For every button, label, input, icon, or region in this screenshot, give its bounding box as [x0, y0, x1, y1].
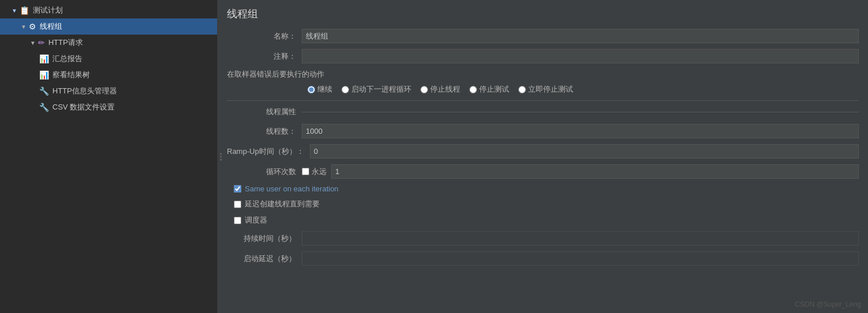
- delay-create-row[interactable]: 延迟创建线程直到需要: [227, 199, 859, 209]
- sidebar-item-summary-report[interactable]: 📊 汇总报告: [0, 51, 217, 67]
- radio-stop-thread-input[interactable]: [420, 86, 428, 93]
- arrow-icon: ▼: [21, 24, 26, 30]
- same-user-row[interactable]: Same user on each iteration: [227, 184, 859, 193]
- csv-icon: 🔧: [39, 103, 49, 112]
- rampup-row: Ramp-Up时间（秒）：: [227, 144, 859, 159]
- radio-stop-thread[interactable]: 停止线程: [420, 84, 460, 95]
- arrow-icon: ▼: [30, 40, 36, 46]
- page-title: 线程组: [227, 7, 859, 21]
- sidebar-item-csv-config[interactable]: 🔧 CSV 数据文件设置: [0, 99, 217, 115]
- thread-count-label: 线程数：: [227, 126, 302, 137]
- sidebar-item-label: 汇总报告: [52, 54, 82, 64]
- thread-props-label: 线程属性: [227, 107, 302, 117]
- comment-row: 注释：: [227, 49, 859, 63]
- sidebar-item-label: 察看结果树: [52, 70, 90, 80]
- error-radio-group: 继续 启动下一进程循环 停止线程 停止测试 立即停止测试: [227, 84, 859, 95]
- sidebar-item-label: HTTP请求: [48, 37, 83, 48]
- error-section-label: 在取样器错误后要执行的动作: [227, 69, 330, 80]
- duration-input[interactable]: [302, 231, 859, 246]
- radio-start-next[interactable]: 启动下一进程循环: [342, 84, 411, 95]
- radio-stop-test-now-input[interactable]: [518, 86, 526, 93]
- radio-start-next-input[interactable]: [342, 86, 349, 93]
- sidebar-item-http-request[interactable]: ▼ ✏ HTTP请求: [0, 35, 217, 51]
- http-icon: ✏: [38, 38, 45, 47]
- drag-dot: [220, 156, 222, 157]
- radio-start-next-label: 启动下一进程循环: [351, 84, 411, 95]
- thread-props-line: [302, 112, 859, 112]
- startup-delay-row: 启动延迟（秒）: [227, 251, 859, 266]
- comment-label: 注释：: [227, 51, 302, 62]
- main-panel: 线程组 名称： 注释： 在取样器错误后要执行的动作 继续 启动下一进程循环 停止…: [218, 0, 868, 313]
- forever-checkbox[interactable]: [302, 168, 309, 175]
- results-tree-icon: 📊: [39, 70, 49, 80]
- drag-dot: [220, 153, 222, 154]
- summary-icon: 📊: [39, 54, 49, 63]
- duration-row: 持续时间（秒）: [227, 231, 859, 246]
- radio-stop-test-now[interactable]: 立即停止测试: [518, 84, 573, 95]
- sidebar-item-label: 线程组: [40, 21, 62, 32]
- startup-delay-label: 启动延迟（秒）: [227, 254, 302, 264]
- delay-create-checkbox[interactable]: [234, 201, 241, 208]
- sidebar-item-label: 测试计划: [33, 5, 63, 16]
- scheduler-row[interactable]: 调度器: [227, 215, 859, 225]
- loop-count-input[interactable]: [331, 164, 859, 179]
- forever-label: 永远: [312, 167, 327, 177]
- thread-count-row: 线程数：: [227, 124, 859, 138]
- loop-count-row: 循环次数 永远: [227, 164, 859, 179]
- delay-create-label: 延迟创建线程直到需要: [245, 199, 320, 209]
- radio-stop-test-label: 停止测试: [479, 84, 509, 95]
- forever-checkbox-label[interactable]: 永远: [302, 167, 327, 177]
- error-action-section: 在取样器错误后要执行的动作 继续 启动下一进程循环 停止线程 停止测试 立即停止…: [227, 69, 859, 95]
- watermark: CSDN @Super_Leng: [795, 300, 861, 308]
- sidebar-item-test-plan[interactable]: ▼ 📋 测试计划: [0, 2, 217, 18]
- scheduler-checkbox[interactable]: [234, 217, 241, 224]
- radio-stop-thread-label: 停止线程: [430, 84, 460, 95]
- sidebar: ▼ 📋 测试计划 ▼ ⚙ 线程组 ▼ ✏ HTTP请求 📊 汇总报告 📊 察看结…: [0, 0, 218, 313]
- thread-props-header-row: 线程属性: [227, 107, 859, 117]
- sidebar-item-label: CSV 数据文件设置: [52, 102, 115, 112]
- arrow-icon: ▼: [12, 7, 17, 14]
- duration-label: 持续时间（秒）: [227, 233, 302, 244]
- test-plan-icon: 📋: [20, 6, 29, 15]
- radio-continue-input[interactable]: [308, 86, 315, 93]
- http-header-icon: 🔧: [39, 86, 49, 96]
- startup-delay-input[interactable]: [302, 251, 859, 266]
- same-user-checkbox[interactable]: [234, 185, 241, 193]
- thread-group-icon: ⚙: [29, 22, 36, 31]
- loop-label: 循环次数: [227, 167, 302, 177]
- radio-continue[interactable]: 继续: [308, 84, 332, 95]
- sidebar-item-label: HTTP信息头管理器: [52, 86, 117, 96]
- sidebar-item-http-header[interactable]: 🔧 HTTP信息头管理器: [0, 83, 217, 99]
- drag-dot: [220, 159, 222, 160]
- radio-stop-test-now-label: 立即停止测试: [528, 84, 573, 95]
- rampup-input[interactable]: [310, 144, 859, 159]
- radio-stop-test-input[interactable]: [469, 86, 477, 93]
- radio-continue-label: 继续: [317, 84, 332, 95]
- rampup-label: Ramp-Up时间（秒）：: [227, 146, 310, 157]
- same-user-label: Same user on each iteration: [245, 184, 339, 193]
- scheduler-label: 调度器: [245, 215, 267, 225]
- comment-input[interactable]: [302, 49, 859, 63]
- thread-props-divider: [227, 100, 859, 101]
- name-row: 名称：: [227, 29, 859, 43]
- thread-count-input[interactable]: [302, 124, 859, 138]
- name-label: 名称：: [227, 31, 302, 42]
- sidebar-item-thread-group[interactable]: ▼ ⚙ 线程组: [0, 18, 217, 35]
- radio-stop-test[interactable]: 停止测试: [469, 84, 509, 95]
- name-input[interactable]: [302, 29, 859, 43]
- sidebar-item-results-tree[interactable]: 📊 察看结果树: [0, 67, 217, 83]
